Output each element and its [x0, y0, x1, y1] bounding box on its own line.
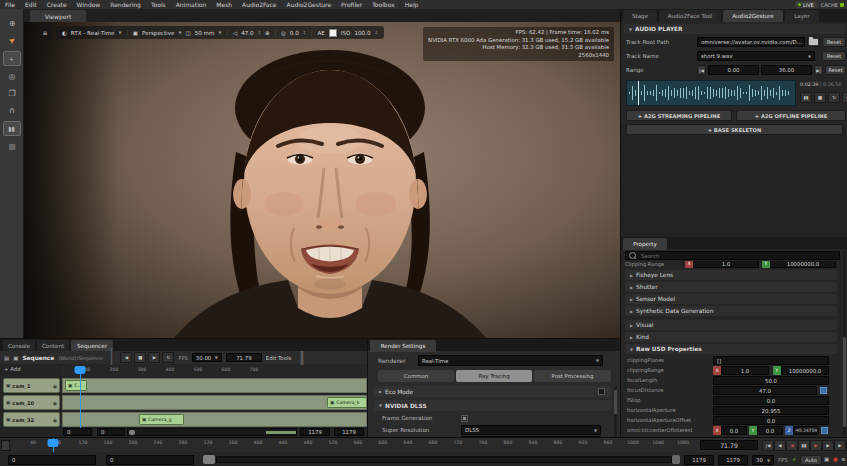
jump-start-button[interactable]: |◀ [762, 440, 774, 451]
scrollbar-thumb[interactable] [843, 337, 846, 427]
menu-help[interactable]: Help [400, 0, 424, 9]
add-track-button[interactable]: + Add [4, 366, 21, 372]
clipping-range-x-field[interactable]: 1.0 [693, 261, 759, 268]
white-balance-swatch[interactable] [329, 29, 337, 37]
renderer-selector[interactable]: RTX - Real-Time [71, 30, 115, 36]
fps-dropdown[interactable]: 30▼ [752, 455, 774, 465]
track-header-cam-10[interactable]: ▣ cam_10 ◉ [3, 395, 60, 410]
tab-post-processing[interactable]: Post Processing [534, 370, 611, 382]
camera-icon[interactable]: ▣ [13, 355, 18, 361]
menu-file[interactable]: File [0, 0, 20, 9]
focal-value[interactable]: 47.0 [241, 30, 253, 36]
sequence-list-icon[interactable]: ▤ [4, 355, 9, 361]
section-synthetic-data-generation[interactable]: ▶Synthetic Data Generation [625, 306, 837, 316]
track-row-cam-32[interactable]: ▣Camera_g [62, 412, 367, 427]
menu-edit[interactable]: Edit [20, 0, 42, 9]
waveform-display[interactable] [626, 80, 796, 106]
move-tool[interactable]: + [3, 51, 21, 66]
section-kind[interactable]: ▶Kind [625, 332, 837, 342]
range-end-field[interactable]: 36.00 [761, 65, 812, 75]
track-root-path-field[interactable]: omniverse://avatar.ov.nvidia.com/Demos/2… [697, 37, 805, 47]
render-mode-icon[interactable]: ◐ [62, 30, 67, 36]
timeline-offset-field[interactable]: 0 [106, 455, 194, 465]
clip-cam-32[interactable]: ▣Camera_g [139, 414, 184, 425]
range-skip-end-button[interactable]: ▶| [814, 65, 823, 75]
seq-end-field-b[interactable]: 1179 [334, 428, 364, 436]
fStop-field[interactable]: 0.0 [713, 396, 829, 405]
next-keyframe-button[interactable]: ▶ [822, 440, 834, 451]
track-header-cam-32[interactable]: ▣ cam_32 ◉ [3, 412, 60, 427]
audio-player-header[interactable]: ▼ AUDIO PLAYER [624, 24, 845, 34]
seq-transport-3[interactable]: ↻ [162, 352, 174, 363]
audio-record-button[interactable]: ● [842, 92, 847, 103]
seq-transport-2[interactable]: ▶ [148, 352, 160, 363]
stepper-icon[interactable]: ↕ [258, 30, 261, 35]
timeline-zoom-handle-right[interactable] [672, 455, 680, 464]
cache-indicator[interactable]: CACHE [821, 2, 844, 8]
tab-stage[interactable]: Stage [623, 10, 657, 22]
tab-audio2face-tool[interactable]: Audio2Face Tool [659, 10, 721, 22]
timeline-start-field[interactable]: 0 [8, 455, 96, 465]
menu-animation[interactable]: Animation [171, 0, 212, 9]
seq-range-offset-field[interactable]: 0 [97, 428, 125, 436]
sequencer-playhead-line[interactable] [80, 366, 81, 428]
iso-value[interactable]: 100.0 [354, 30, 370, 36]
frame-generation-checkbox[interactable] [461, 415, 468, 422]
prev-frame-button[interactable]: ◀ [786, 440, 798, 451]
tab-viewport[interactable]: Viewport [30, 10, 86, 22]
clippingRange-y-field[interactable]: 10000000.0 [781, 366, 829, 375]
stop-render-tool[interactable]: ■ [0, 138, 24, 155]
audio-pause-button[interactable]: ▮▮ [800, 92, 812, 103]
lens-value[interactable]: 50 mm [195, 30, 215, 36]
track-row-cam-1[interactable]: ▣C... [62, 378, 367, 393]
browse-folder-button[interactable] [807, 37, 820, 47]
timeline-zoom-handle-left[interactable] [203, 455, 215, 464]
menu-audio2face[interactable]: Audio2Face [237, 0, 281, 9]
range-start-field[interactable]: 0.00 [708, 65, 759, 75]
tab-layer[interactable]: Layer [785, 10, 819, 22]
focus-target-icon[interactable]: ⊕ [265, 30, 270, 36]
section-shutter[interactable]: ▶Shutter [625, 282, 837, 292]
section-eco-mode[interactable]: ▶ Eco Mode [374, 386, 611, 397]
centerOfInterest-y-field[interactable]: 0.0 [757, 426, 783, 435]
focusDistance-field[interactable]: 47.0 [713, 386, 817, 395]
tab-property[interactable]: Property [623, 238, 667, 250]
pause-render-tool[interactable]: ▮▮ [3, 121, 21, 136]
current-frame-field[interactable]: 71.79 [226, 353, 262, 362]
menu-tools[interactable]: Tools [146, 0, 171, 9]
snap-tool[interactable]: ❐ [0, 85, 24, 102]
clipping-range-y-field[interactable]: 10000000.0 [770, 261, 836, 268]
track-row-cam-10[interactable]: ▣Camera_k [62, 395, 367, 410]
scale-tool[interactable]: ◎ [0, 68, 24, 85]
menu-icon[interactable]: ≡ [841, 456, 846, 462]
seq-end-field-a[interactable]: 1179 [300, 428, 330, 436]
auto-button[interactable]: Auto [800, 455, 822, 465]
sequencer-ruler[interactable]: 100200300400500600700 [62, 365, 367, 377]
range-reset-button[interactable]: Reset [825, 65, 846, 75]
clip-cam-1[interactable]: ▣C... [65, 380, 87, 391]
timeline-zoom-scrollbar[interactable] [216, 456, 672, 463]
tab-common[interactable]: Common [378, 370, 454, 382]
render-settings-scrollbar[interactable] [614, 386, 617, 439]
visibility-icon[interactable]: ◉ [53, 400, 57, 406]
section-visual[interactable]: ▶Visual [625, 320, 837, 330]
record-icon[interactable]: ● [833, 456, 838, 462]
centerOfInterest-x-field[interactable]: 0.0 [721, 426, 747, 435]
seq-range-start-field[interactable]: 0 [63, 428, 92, 436]
stepper-icon[interactable]: ↕ [303, 30, 306, 35]
tab-ray-tracing[interactable]: Ray Tracing [456, 370, 532, 382]
horizontalAperture-field[interactable]: 20.955 [713, 406, 829, 415]
seq-transport-1[interactable]: ■ [134, 352, 146, 363]
search-input[interactable] [639, 252, 823, 260]
viewport-menu-icon[interactable]: ≡ [38, 26, 52, 39]
section-raw-usd-properties[interactable]: ▼Raw USD Properties [625, 344, 837, 354]
menu-toolbox[interactable]: Toolbox [367, 0, 400, 9]
next-frame-button[interactable]: ▶ [810, 440, 822, 451]
track-header-cam-1[interactable]: ▣ cam_1 ◉ [3, 378, 60, 393]
menu-create[interactable]: Create [42, 0, 72, 9]
section-fisheye-lens[interactable]: ▶Fisheye Lens [625, 270, 837, 280]
super-resolution-dropdown[interactable]: DLSS▼ [461, 425, 601, 435]
track-root-path-reset-button[interactable]: Reset [822, 37, 846, 47]
renderer-dropdown[interactable]: Real-Time▼ [418, 355, 603, 366]
clippingRange-x-field[interactable]: 1.0 [721, 366, 769, 375]
